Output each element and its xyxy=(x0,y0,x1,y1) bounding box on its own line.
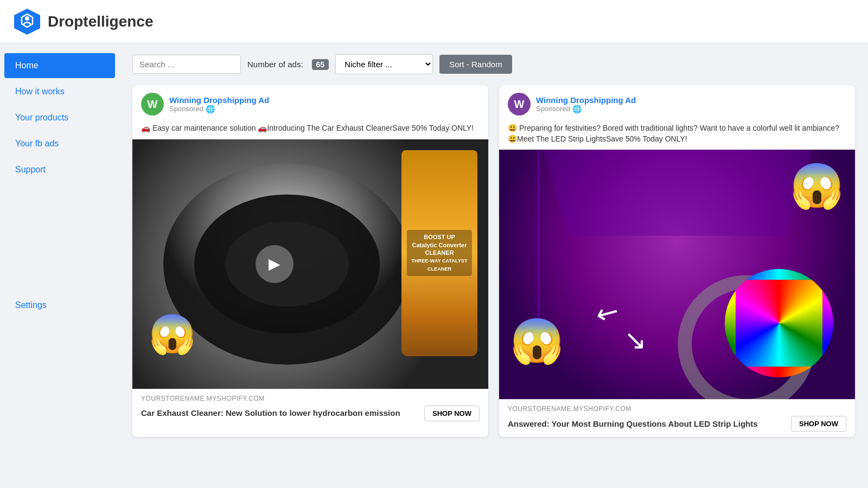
play-button-1[interactable]: ▶ xyxy=(256,245,293,283)
main-content: Number of ads: 65 Niche filter ... Auto … xyxy=(119,43,868,488)
sidebar: Home How it works Your products Your fb … xyxy=(0,43,119,488)
ads-count-label: Number of ads: xyxy=(247,60,303,69)
ad-meta-2: Winning Dropshipping Ad Sponsored 🌐 xyxy=(536,95,846,113)
sort-random-button[interactable]: Sort - Random xyxy=(439,55,512,74)
ad-text-1: 🚗 Easy car maintenance solution 🚗Introdu… xyxy=(132,120,488,139)
store-url-2: YOURSTORENAME.MYSHOPIFY.COM xyxy=(508,405,846,413)
globe-icon-1: 🌐 xyxy=(206,105,215,113)
bottle-overlay-1: BOOST UPCatalytic ConverterCLEANERTHREE-… xyxy=(401,150,477,356)
shop-now-button-1[interactable]: SHOP NOW xyxy=(424,406,480,421)
bottle-label: BOOST UPCatalytic ConverterCLEANERTHREE-… xyxy=(407,230,472,276)
logo-icon xyxy=(13,8,41,36)
ads-grid: W Winning Dropshipping Ad Sponsored 🌐 🚗 … xyxy=(132,85,855,437)
sidebar-item-how-it-works[interactable]: How it works xyxy=(4,79,115,104)
car-image-bg: ▶ BOOST UPCatalytic ConverterCLEANERTHRE… xyxy=(132,139,488,389)
ad-sponsored-2: Sponsored 🌐 xyxy=(536,105,846,113)
ad-avatar-2: W xyxy=(508,93,531,115)
scared-emoji-2: 😱 xyxy=(510,316,564,367)
ad-header-1: W Winning Dropshipping Ad Sponsored 🌐 xyxy=(132,85,488,120)
sidebar-spacer xyxy=(0,183,119,292)
ad-page-name-2: Winning Dropshipping Ad xyxy=(536,95,846,105)
niche-filter-select[interactable]: Niche filter ... Auto Beauty Electronics… xyxy=(335,54,433,74)
sidebar-item-home[interactable]: Home xyxy=(4,53,115,78)
led-image-bg: 😱 😱 ↙ ↘ xyxy=(499,150,855,399)
ad-card-1: W Winning Dropshipping Ad Sponsored 🌐 🚗 … xyxy=(132,85,488,437)
search-input[interactable] xyxy=(132,55,241,74)
ad-footer-1: YOURSTORENAME.MYSHOPIFY.COM Car Exhaust … xyxy=(132,389,488,427)
shop-now-button-2[interactable]: SHOP NOW xyxy=(791,416,846,432)
arrow-icon-2: ↘ xyxy=(624,324,647,356)
store-url-1: YOURSTORENAME.MYSHOPIFY.COM xyxy=(141,395,480,402)
ad-text-2: 😃 Preparing for festivities? Bored with … xyxy=(499,120,855,150)
ad-footer-2: YOURSTORENAME.MYSHOPIFY.COM Answered: Yo… xyxy=(499,399,855,437)
app-title: Droptelligence xyxy=(48,13,153,30)
ad-page-name-1: Winning Dropshipping Ad xyxy=(169,95,480,105)
svg-point-1 xyxy=(25,16,29,21)
scared-emoji-3: 😱 xyxy=(790,160,844,211)
sidebar-item-your-products[interactable]: Your products xyxy=(4,105,115,130)
ad-image-1: ▶ BOOST UPCatalytic ConverterCLEANERTHRE… xyxy=(132,139,488,389)
app-header: Droptelligence xyxy=(0,0,868,43)
ad-avatar-1: W xyxy=(141,93,164,115)
rainbow-circle xyxy=(725,269,833,377)
ads-count-badge: 65 xyxy=(312,59,329,70)
ad-cta-row-2: Answered: Your Most Burning Questions Ab… xyxy=(508,416,846,432)
ad-meta-1: Winning Dropshipping Ad Sponsored 🌐 xyxy=(169,95,480,113)
sidebar-item-settings[interactable]: Settings xyxy=(4,293,115,318)
ad-image-2: 😱 😱 ↙ ↘ xyxy=(499,150,855,399)
main-layout: Home How it works Your products Your fb … xyxy=(0,43,868,488)
ad-product-title-1: Car Exhaust Cleaner: New Solution to low… xyxy=(141,408,400,419)
sidebar-item-support[interactable]: Support xyxy=(4,157,115,182)
ad-header-2: W Winning Dropshipping Ad Sponsored 🌐 xyxy=(499,85,855,120)
ad-cta-row-1: Car Exhaust Cleaner: New Solution to low… xyxy=(141,406,480,421)
toolbar: Number of ads: 65 Niche filter ... Auto … xyxy=(132,54,855,74)
ad-sponsored-1: Sponsored 🌐 xyxy=(169,105,480,113)
svg-marker-8 xyxy=(538,150,816,236)
svg-rect-9 xyxy=(538,150,539,336)
globe-icon-2: 🌐 xyxy=(572,105,582,113)
ad-product-title-2: Answered: Your Most Burning Questions Ab… xyxy=(508,419,758,429)
sidebar-item-your-fb-ads[interactable]: Your fb ads xyxy=(4,131,115,156)
ad-card-2: W Winning Dropshipping Ad Sponsored 🌐 😃 … xyxy=(499,85,855,437)
logo-container: Droptelligence xyxy=(13,8,153,36)
scared-emoji-1: 😱 xyxy=(149,312,196,356)
